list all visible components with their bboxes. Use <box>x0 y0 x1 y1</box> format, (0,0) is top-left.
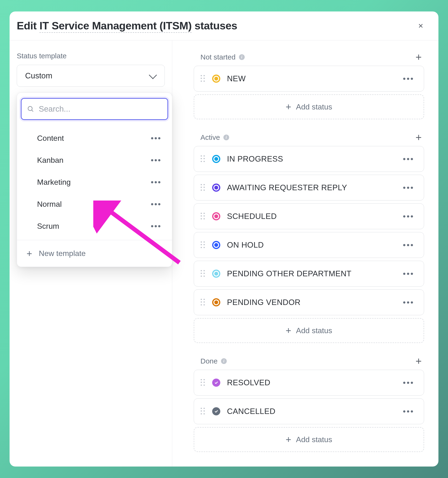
template-option-label: Normal <box>37 200 62 209</box>
status-row[interactable]: CANCELLED••• <box>194 398 424 424</box>
add-status-plus[interactable]: + <box>416 52 422 62</box>
status-row[interactable]: IN PROGRESS••• <box>194 146 424 172</box>
add-status-label: Add status <box>296 435 332 444</box>
status-label: ON HOLD <box>227 240 396 250</box>
more-icon[interactable]: ••• <box>151 155 161 165</box>
more-icon[interactable]: ••• <box>403 298 414 307</box>
drag-handle-icon[interactable] <box>201 184 205 191</box>
template-option[interactable]: Marketing••• <box>21 171 168 193</box>
add-status-plus[interactable]: + <box>416 356 422 366</box>
group-header: Activei+ <box>194 132 424 143</box>
status-label: PENDING OTHER DEPARTMENT <box>227 269 396 278</box>
more-icon[interactable]: ••• <box>403 407 414 416</box>
right-pane: Not startedi+NEW•••+Add statusActivei+IN… <box>172 40 438 466</box>
add-status-plus[interactable]: + <box>416 132 422 143</box>
status-color-icon <box>212 241 220 249</box>
new-template-label: New template <box>39 249 86 258</box>
search-input[interactable] <box>39 104 162 113</box>
more-icon[interactable]: ••• <box>151 133 161 143</box>
edit-statuses-modal: Edit IT Service Management (ITSM) status… <box>10 12 438 466</box>
close-button[interactable] <box>416 21 426 31</box>
close-icon <box>417 22 424 29</box>
title-entity: IT Service Management (ITSM) <box>39 20 192 33</box>
add-status-button[interactable]: +Add status <box>194 318 424 343</box>
status-row[interactable]: PENDING OTHER DEPARTMENT••• <box>194 261 424 287</box>
add-status-label: Add status <box>296 102 332 111</box>
status-label: NEW <box>227 74 396 83</box>
more-icon[interactable]: ••• <box>151 221 161 231</box>
plus-icon: + <box>286 102 291 112</box>
group-title: Not startedi <box>200 53 245 61</box>
template-option-label: Content <box>37 134 64 143</box>
group-name: Not started <box>200 53 236 61</box>
status-row[interactable]: PENDING VENDOR••• <box>194 289 424 315</box>
drag-handle-icon[interactable] <box>201 241 205 249</box>
title-suffix: statuses <box>192 20 237 32</box>
chevron-down-icon <box>151 73 156 79</box>
new-template-button[interactable]: + New template <box>17 240 172 267</box>
status-label: PENDING VENDOR <box>227 298 396 307</box>
template-option[interactable]: Scrum••• <box>21 215 168 237</box>
more-icon[interactable]: ••• <box>403 212 414 221</box>
modal-body: Status template Custom Content•••Kanban•… <box>10 40 438 466</box>
group-header: Not startedi+ <box>194 52 424 62</box>
more-icon[interactable]: ••• <box>151 199 161 209</box>
template-option-label: Marketing <box>37 178 71 187</box>
status-color-icon <box>212 155 220 163</box>
template-option[interactable]: Kanban••• <box>21 149 168 171</box>
status-color-icon <box>212 212 220 220</box>
group-header: Donei+ <box>194 356 424 366</box>
modal-header: Edit IT Service Management (ITSM) status… <box>10 12 438 40</box>
status-color-icon <box>212 407 220 415</box>
status-label: SCHEDULED <box>227 212 396 221</box>
status-template-select[interactable]: Custom <box>17 65 165 87</box>
template-option[interactable]: Content••• <box>21 127 168 149</box>
info-icon[interactable]: i <box>239 54 245 60</box>
status-row[interactable]: SCHEDULED••• <box>194 203 424 229</box>
status-color-icon <box>212 183 220 192</box>
drag-handle-icon[interactable] <box>201 213 205 220</box>
status-color-icon <box>212 298 220 306</box>
more-icon[interactable]: ••• <box>403 183 414 192</box>
title-prefix: Edit <box>17 20 39 32</box>
svg-point-0 <box>28 106 32 110</box>
template-dropdown: Content•••Kanban•••Marketing•••Normal•••… <box>17 93 172 267</box>
template-option[interactable]: Normal••• <box>21 193 168 215</box>
more-icon[interactable]: ••• <box>151 177 161 187</box>
group-title: Activei <box>200 133 229 141</box>
more-icon[interactable]: ••• <box>403 74 414 83</box>
drag-handle-icon[interactable] <box>201 379 205 386</box>
template-option-label: Kanban <box>37 156 63 165</box>
more-icon[interactable]: ••• <box>403 378 414 387</box>
group-name: Done <box>200 357 218 365</box>
more-icon[interactable]: ••• <box>403 154 414 164</box>
info-icon[interactable]: i <box>221 358 227 364</box>
add-status-button[interactable]: +Add status <box>194 94 424 119</box>
status-label: CANCELLED <box>227 407 396 416</box>
status-row[interactable]: RESOLVED••• <box>194 370 424 396</box>
status-color-icon <box>212 378 220 387</box>
status-template-selected: Custom <box>25 71 52 80</box>
status-row[interactable]: NEW••• <box>194 66 424 92</box>
drag-handle-icon[interactable] <box>201 75 205 82</box>
drag-handle-icon[interactable] <box>201 155 205 163</box>
add-status-button[interactable]: +Add status <box>194 427 424 452</box>
add-status-label: Add status <box>296 326 332 335</box>
drag-handle-icon[interactable] <box>201 270 205 277</box>
plus-icon: + <box>26 249 32 258</box>
template-search[interactable] <box>21 98 168 120</box>
info-icon[interactable]: i <box>224 135 229 140</box>
status-row[interactable]: AWAITING REQUESTER REPLY••• <box>194 175 424 201</box>
modal-title: Edit IT Service Management (ITSM) status… <box>17 20 237 32</box>
drag-handle-icon[interactable] <box>201 408 205 415</box>
drag-handle-icon[interactable] <box>201 299 205 306</box>
plus-icon: + <box>286 435 291 444</box>
more-icon[interactable]: ••• <box>403 240 414 250</box>
plus-icon: + <box>286 326 291 335</box>
status-label: IN PROGRESS <box>227 154 396 164</box>
more-icon[interactable]: ••• <box>403 269 414 278</box>
group-title: Donei <box>200 357 227 365</box>
template-option-label: Scrum <box>37 222 59 231</box>
left-pane: Status template Custom Content•••Kanban•… <box>10 40 172 466</box>
status-row[interactable]: ON HOLD••• <box>194 232 424 258</box>
